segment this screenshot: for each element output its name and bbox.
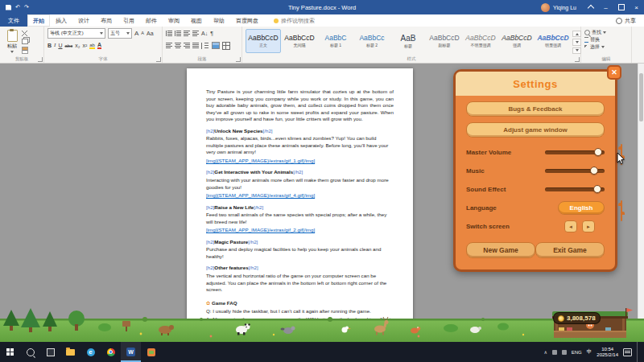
numbering-icon[interactable] bbox=[175, 31, 181, 36]
exit-game-button[interactable]: Exit Game bbox=[535, 242, 605, 258]
tab-mailings[interactable]: 邮件 bbox=[140, 14, 163, 27]
style-item-subtle-emphasis[interactable]: AaBbCcD不明显强调 bbox=[463, 29, 498, 53]
bold-icon[interactable]: B bbox=[47, 43, 52, 48]
shrink-font-icon[interactable]: A bbox=[141, 31, 144, 36]
scrollbar[interactable] bbox=[638, 64, 644, 342]
tray-app-icon[interactable] bbox=[552, 350, 557, 355]
maximize-button[interactable] bbox=[613, 0, 629, 14]
style-item-heading2[interactable]: AaBbCc标题 2 bbox=[354, 29, 390, 53]
font-name-select[interactable]: 等线 (中文正文) bbox=[47, 28, 105, 39]
justify-icon[interactable] bbox=[192, 43, 199, 48]
align-right-icon[interactable] bbox=[184, 43, 190, 48]
save-icon[interactable] bbox=[6, 5, 11, 10]
style-item-title[interactable]: AaB标题 bbox=[390, 29, 426, 53]
adjust-game-window-button[interactable]: Adjust game window bbox=[466, 122, 605, 138]
style-item-normal[interactable]: AaBbCcD正文 bbox=[246, 29, 281, 53]
language-button[interactable]: English bbox=[558, 201, 605, 215]
task-view-button[interactable] bbox=[40, 342, 60, 362]
increase-indent-icon[interactable] bbox=[192, 31, 199, 36]
master-volume-slider[interactable] bbox=[545, 150, 605, 154]
coin-counter[interactable]: 3,808,578 bbox=[553, 312, 601, 324]
style-item-no-spacing[interactable]: AaBbCcD无间隔 bbox=[282, 29, 317, 53]
word-taskbar-button[interactable]: W bbox=[121, 342, 141, 362]
dialog-launcher-icon[interactable] bbox=[236, 57, 241, 62]
style-item-subtitle[interactable]: AaBbCcD副标题 bbox=[427, 29, 462, 53]
start-button[interactable] bbox=[0, 342, 20, 362]
redo-icon[interactable]: ↷ bbox=[24, 4, 29, 10]
tab-home[interactable]: 开始 bbox=[27, 14, 50, 27]
dialog-launcher-icon[interactable] bbox=[575, 57, 580, 62]
tab-design[interactable]: 设计 bbox=[72, 14, 95, 27]
align-center-icon[interactable] bbox=[175, 43, 181, 48]
tab-file[interactable]: 文件 bbox=[0, 14, 27, 27]
dialog-launcher-icon[interactable] bbox=[156, 57, 161, 62]
tell-me-box[interactable]: 操作说明搜索 bbox=[274, 14, 315, 27]
language-indicator[interactable]: ENG bbox=[572, 350, 582, 355]
shading-icon[interactable] bbox=[212, 42, 220, 49]
user-avatar[interactable] bbox=[541, 3, 550, 12]
highlight-color-icon[interactable]: ab bbox=[89, 43, 95, 49]
tray-app-icon[interactable] bbox=[562, 350, 567, 355]
superscript-icon[interactable]: x² bbox=[82, 43, 87, 48]
line-spacing-icon[interactable] bbox=[201, 43, 209, 49]
notification-center-icon[interactable] bbox=[623, 348, 632, 356]
style-item-intense-emphasis[interactable]: AaBbCcD明显强调 bbox=[535, 29, 571, 53]
new-game-button[interactable]: New Game bbox=[466, 242, 535, 258]
document-page[interactable]: Tiny Pasture is your charming little far… bbox=[187, 68, 413, 342]
grow-font-icon[interactable]: A bbox=[134, 31, 138, 37]
font-color-icon[interactable]: A bbox=[97, 42, 101, 49]
sound-effect-slider[interactable] bbox=[545, 187, 605, 191]
undo-icon[interactable]: ↶ bbox=[15, 4, 20, 10]
tab-help[interactable]: 帮助 bbox=[208, 14, 230, 27]
pilcrow-icon[interactable]: ¶ bbox=[210, 31, 213, 36]
settings-close-button[interactable]: ✕ bbox=[607, 65, 621, 80]
img-bbcode-link[interactable]: [img]{STEAM_APP_IMAGE}/extras/gif_1.gif[… bbox=[206, 158, 394, 165]
find-button[interactable]: 查找 bbox=[584, 29, 628, 36]
strikethrough-icon[interactable]: abc bbox=[64, 43, 72, 48]
slider-knob[interactable] bbox=[593, 185, 601, 193]
paste-button[interactable]: 粘贴 bbox=[3, 28, 21, 54]
replace-button[interactable]: 替换 bbox=[584, 36, 628, 43]
share-button[interactable]: 共享 bbox=[616, 14, 644, 27]
slider-knob[interactable] bbox=[594, 148, 602, 156]
tab-view[interactable]: 视图 bbox=[185, 14, 208, 27]
gallery-up-button[interactable] bbox=[572, 31, 581, 37]
tab-insert[interactable]: 插入 bbox=[50, 14, 72, 27]
select-button[interactable]: 选择 bbox=[584, 43, 628, 51]
gallery-down-button[interactable] bbox=[572, 39, 581, 45]
img-bbcode-link[interactable]: [img]{STEAM_APP_IMAGE}/extras/gif_4.gif[… bbox=[206, 192, 394, 200]
edge-button[interactable]: e bbox=[80, 342, 101, 362]
slider-knob[interactable] bbox=[590, 167, 598, 175]
tab-references[interactable]: 引用 bbox=[118, 14, 140, 27]
font-size-select[interactable]: 五号 bbox=[108, 28, 132, 39]
underline-icon[interactable]: U bbox=[58, 43, 62, 48]
show-desktop-button[interactable] bbox=[637, 342, 640, 362]
tab-layout[interactable]: 布局 bbox=[95, 14, 118, 27]
bullets-icon[interactable] bbox=[166, 31, 172, 36]
scrollbar-thumb[interactable] bbox=[639, 73, 643, 121]
tiny-pasture-game-strip[interactable]: 3,808,578 bbox=[0, 308, 644, 342]
style-item-emphasis[interactable]: AaBbCcD强调 bbox=[499, 29, 535, 53]
style-item-heading1[interactable]: AaBbC标题 1 bbox=[318, 29, 353, 53]
switch-screen-left-button[interactable]: ◄ bbox=[564, 220, 577, 232]
music-slider[interactable] bbox=[545, 169, 605, 173]
file-explorer-button[interactable] bbox=[60, 342, 80, 362]
subscript-icon[interactable]: x₂ bbox=[75, 43, 80, 48]
switch-screen-right-button[interactable]: ► bbox=[582, 220, 595, 232]
search-button[interactable] bbox=[20, 342, 40, 362]
tab-baidu-netdisk[interactable]: 百度网盘 bbox=[230, 14, 264, 27]
dialog-launcher-icon[interactable] bbox=[38, 57, 43, 62]
cut-icon[interactable] bbox=[21, 31, 28, 36]
gallery-expand-button[interactable] bbox=[572, 47, 581, 54]
decrease-indent-icon[interactable] bbox=[184, 31, 190, 36]
bugs-feedback-button[interactable]: Bugs & Feedback bbox=[466, 101, 605, 117]
tab-review[interactable]: 审阅 bbox=[163, 14, 185, 27]
taskbar-clock[interactable]: 10:54 2025/2/14 bbox=[597, 347, 618, 358]
align-left-icon[interactable] bbox=[166, 43, 172, 48]
format-painter-icon[interactable] bbox=[22, 47, 28, 54]
borders-icon[interactable] bbox=[222, 42, 230, 50]
close-button[interactable]: × bbox=[629, 0, 644, 14]
ribbon-display-options-button[interactable] bbox=[583, 0, 598, 14]
copy-icon[interactable] bbox=[22, 39, 28, 45]
minimize-button[interactable]: – bbox=[598, 0, 613, 14]
